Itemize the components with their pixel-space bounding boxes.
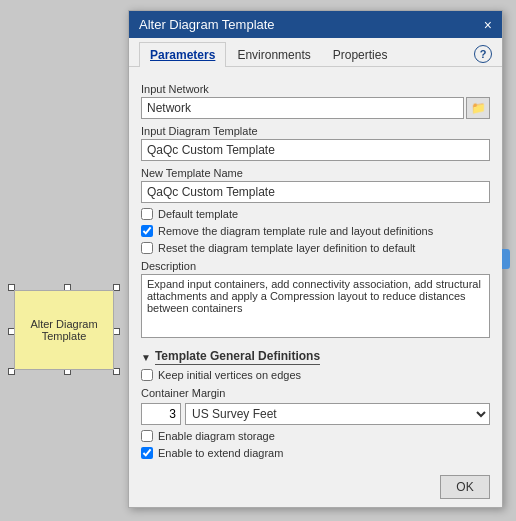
container-margin-input[interactable]	[141, 403, 181, 425]
remove-rule-checkbox[interactable]	[141, 225, 153, 237]
reset-layer-text: Reset the diagram template layer definit…	[158, 242, 415, 254]
default-template-row: Default template	[141, 208, 490, 220]
corner-handle-mr[interactable]	[113, 328, 120, 335]
ok-button[interactable]: OK	[440, 475, 490, 499]
input-diagram-template-field[interactable]	[141, 139, 490, 161]
section-collapse-icon: ▼	[141, 352, 151, 363]
section-title: Template General Definitions	[155, 349, 320, 365]
corner-handle-br[interactable]	[113, 368, 120, 375]
dialog-tabs: Parameters Environments Properties ?	[129, 38, 502, 67]
dialog-body: Input Network 📁 Input Diagram Template N…	[129, 67, 502, 469]
input-network-row: 📁	[141, 97, 490, 119]
tab-parameters[interactable]: Parameters	[139, 42, 226, 67]
default-template-checkbox[interactable]	[141, 208, 153, 220]
enable-storage-row: Enable diagram storage	[141, 430, 490, 442]
node-label: Alter Diagram Template	[30, 318, 97, 342]
input-network-label: Input Network	[141, 83, 490, 95]
dialog-resize-handle-right[interactable]	[502, 249, 510, 269]
dialog-footer: OK	[129, 469, 502, 507]
container-margin-unit-select[interactable]: US Survey Feet	[185, 403, 490, 425]
tab-properties[interactable]: Properties	[322, 42, 399, 67]
keep-vertices-checkbox[interactable]	[141, 369, 153, 381]
close-button[interactable]: ×	[484, 18, 492, 32]
enable-storage-text: Enable diagram storage	[158, 430, 275, 442]
enable-extend-text: Enable to extend diagram	[158, 447, 283, 459]
remove-rule-row: Remove the diagram template rule and lay…	[141, 225, 490, 237]
container-margin-row: US Survey Feet	[141, 403, 490, 425]
template-general-definitions-section[interactable]: ▼ Template General Definitions	[141, 349, 490, 365]
enable-storage-checkbox[interactable]	[141, 430, 153, 442]
input-network-folder-button[interactable]: 📁	[466, 97, 490, 119]
enable-extend-checkbox[interactable]	[141, 447, 153, 459]
reset-layer-row: Reset the diagram template layer definit…	[141, 242, 490, 254]
remove-rule-text: Remove the diagram template rule and lay…	[158, 225, 433, 237]
description-label: Description	[141, 260, 490, 272]
default-template-text: Default template	[158, 208, 238, 220]
alter-diagram-template-node[interactable]: Alter Diagram Template	[14, 290, 114, 370]
new-template-name-field[interactable]	[141, 181, 490, 203]
dialog-title: Alter Diagram Template	[139, 17, 275, 32]
input-network-field[interactable]	[141, 97, 464, 119]
tab-environments[interactable]: Environments	[226, 42, 321, 67]
enable-extend-row: Enable to extend diagram	[141, 447, 490, 459]
description-field[interactable]: Expand input containers, add connectivit…	[141, 274, 490, 338]
keep-vertices-row: Keep initial vertices on edges	[141, 369, 490, 381]
alter-diagram-template-dialog: Alter Diagram Template × Parameters Envi…	[128, 10, 503, 508]
input-diagram-template-label: Input Diagram Template	[141, 125, 490, 137]
dialog-titlebar: Alter Diagram Template ×	[129, 11, 502, 38]
corner-handle-tr[interactable]	[113, 284, 120, 291]
help-button[interactable]: ?	[474, 45, 492, 63]
container-margin-label: Container Margin	[141, 387, 490, 399]
reset-layer-checkbox[interactable]	[141, 242, 153, 254]
new-template-name-label: New Template Name	[141, 167, 490, 179]
keep-vertices-text: Keep initial vertices on edges	[158, 369, 301, 381]
